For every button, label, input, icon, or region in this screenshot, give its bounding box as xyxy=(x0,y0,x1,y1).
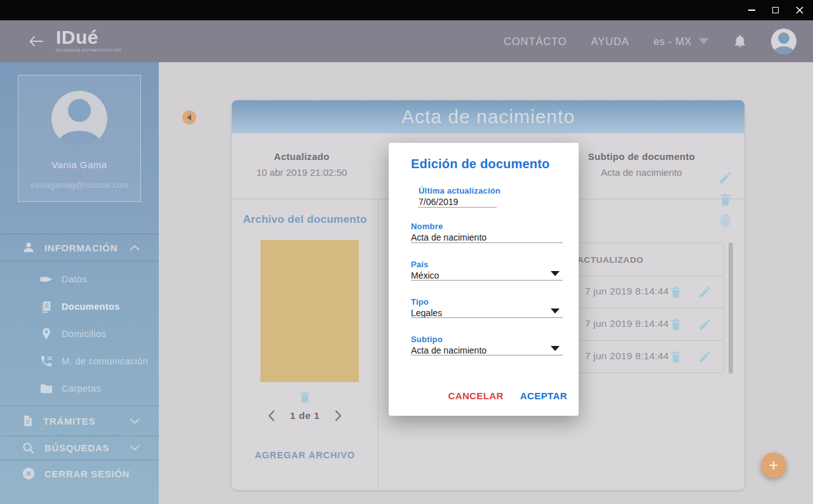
user-avatar[interactable] xyxy=(771,29,796,54)
add-file-button[interactable]: AGREGAR ARCHIVO xyxy=(232,450,378,460)
sidebar-item-domicilios[interactable]: Domicilios xyxy=(0,320,159,347)
cancel-button[interactable]: CANCELAR xyxy=(448,390,503,401)
name-field[interactable]: Acta de nacimiento xyxy=(411,232,487,242)
folder-icon xyxy=(39,381,53,395)
pager-label: 1 de 1 xyxy=(290,410,320,421)
chevron-down-icon xyxy=(130,418,140,424)
sidebar-logout[interactable]: CERRAR SESIÓN xyxy=(0,460,159,487)
row-delete-button[interactable] xyxy=(669,317,683,331)
sidebar-item-carpetas[interactable]: Carpetas xyxy=(0,375,159,402)
nav-link-help[interactable]: AYUDA xyxy=(591,36,629,48)
accept-button[interactable]: ACEPTAR xyxy=(520,390,567,401)
chevron-down-icon[interactable] xyxy=(551,271,560,276)
profile-avatar xyxy=(51,91,107,147)
close-circle-icon xyxy=(22,467,36,481)
trash-icon xyxy=(669,285,683,299)
pencil-icon xyxy=(718,170,733,185)
app-window: IDué DILIGENCE AUTHENTICATION CONTÁCTO A… xyxy=(0,0,813,504)
id-card-icon xyxy=(39,272,53,286)
edit-document-button[interactable] xyxy=(718,170,733,185)
minimize-button[interactable] xyxy=(746,4,757,16)
sidebar-item-label: Documentos xyxy=(62,302,120,312)
chevron-down-icon xyxy=(699,38,709,44)
language-label: es - MX xyxy=(654,36,692,48)
page-icon xyxy=(22,414,34,428)
sidebar-item-datos[interactable]: Datos xyxy=(0,265,159,293)
phone-icon xyxy=(39,354,53,368)
fingerprint-button[interactable] xyxy=(718,213,733,229)
informacion-submenu: Datos Documentos Domicilios xyxy=(0,262,159,406)
subtype-label: Subtipo de documento xyxy=(575,151,708,162)
next-page-button[interactable] xyxy=(335,410,342,421)
avatar-head xyxy=(68,99,91,122)
profile-name: Vania Gama xyxy=(18,159,140,170)
document-preview[interactable] xyxy=(260,240,359,382)
collapse-sidebar-button[interactable] xyxy=(182,110,196,124)
sidebar-item-label: Domicilios xyxy=(62,329,106,339)
trash-icon xyxy=(298,390,312,404)
previous-page-button[interactable] xyxy=(268,410,275,421)
fingerprint-icon xyxy=(718,213,733,229)
sidebar-section-informacion[interactable]: INFORMACIÓN xyxy=(0,234,159,262)
maximize-button[interactable] xyxy=(770,4,781,16)
back-button[interactable] xyxy=(28,35,44,50)
table-scrollbar[interactable] xyxy=(729,242,733,374)
avatar-shoulders xyxy=(58,131,101,147)
country-select[interactable]: México xyxy=(411,270,439,281)
row-delete-button[interactable] xyxy=(669,285,683,299)
chevron-down-icon[interactable] xyxy=(551,346,560,351)
close-icon xyxy=(796,6,803,14)
delete-file-button[interactable] xyxy=(298,390,312,404)
section-label: BÚSQUEDAS xyxy=(44,442,109,453)
subtype-value: Acta de nacimiento xyxy=(575,167,708,178)
sidebar-item-label: Carpetas xyxy=(62,383,101,394)
last-update-label: Última actualización xyxy=(419,186,501,196)
sidebar-section-busquedas[interactable]: BÚSQUEDAS xyxy=(0,436,159,460)
location-pin-icon xyxy=(39,327,53,341)
type-select[interactable]: Legales xyxy=(411,308,442,318)
section-label: TRÁMITES xyxy=(43,416,95,427)
delete-document-button[interactable] xyxy=(718,192,733,207)
trash-icon xyxy=(718,192,733,207)
sidebar-item-comunicacion[interactable]: M. de comunicación xyxy=(0,347,159,375)
subtype-block: Subtipo de documento Acta de nacimiento xyxy=(575,151,708,178)
field-underline xyxy=(411,242,563,243)
top-navbar: IDué DILIGENCE AUTHENTICATION CONTÁCTO A… xyxy=(0,20,813,62)
table-header-actualizado: ACTUALIZADO xyxy=(577,255,643,265)
country-label: País xyxy=(411,260,429,269)
subtype-select[interactable]: Acta de nacimiento xyxy=(411,345,487,355)
row-edit-button[interactable] xyxy=(698,285,712,299)
sidebar-item-label: M. de comunicación xyxy=(62,356,148,366)
row-edit-button[interactable] xyxy=(698,317,712,331)
language-selector[interactable]: es - MX xyxy=(654,36,709,48)
nav-link-contact[interactable]: CONTÁCTO xyxy=(504,36,567,48)
minimize-icon xyxy=(748,10,755,11)
sidebar-section-tramites[interactable]: TRÁMITES xyxy=(0,406,159,436)
updated-value: 10 abr 2019 21:02:50 xyxy=(248,167,356,178)
field-underline xyxy=(418,207,497,208)
profile-card: Vania Gama vaniagamag@hotmail.com xyxy=(18,75,141,202)
sidebar-nav: INFORMACIÓN Datos Documentos xyxy=(0,234,159,487)
window-titlebar xyxy=(0,0,813,20)
avatar-head xyxy=(778,32,789,44)
bell-icon xyxy=(733,34,747,48)
row-edit-button[interactable] xyxy=(698,350,712,364)
file-pager: 1 de 1 xyxy=(232,410,378,421)
triangle-left-icon xyxy=(187,114,191,121)
row-delete-button[interactable] xyxy=(669,350,683,364)
type-label: Tipo xyxy=(411,297,429,307)
back-arrow-icon xyxy=(28,35,44,48)
field-underline xyxy=(411,355,563,355)
documents-icon xyxy=(39,300,53,314)
add-document-fab[interactable]: + xyxy=(761,453,786,478)
chevron-down-icon[interactable] xyxy=(551,308,560,314)
row-updated-value: 7 jun 2019 8:14:44 xyxy=(585,318,669,329)
last-update-field[interactable]: 7/06/2019 xyxy=(419,197,458,207)
row-updated-value: 7 jun 2019 8:14:44 xyxy=(585,350,669,362)
chevron-left-icon xyxy=(268,410,275,421)
row-updated-value: 7 jun 2019 8:14:44 xyxy=(585,286,669,297)
sidebar-item-documentos[interactable]: Documentos xyxy=(0,293,159,320)
chevron-down-icon xyxy=(130,445,140,451)
close-button[interactable] xyxy=(794,4,805,16)
notifications-button[interactable] xyxy=(733,34,747,48)
